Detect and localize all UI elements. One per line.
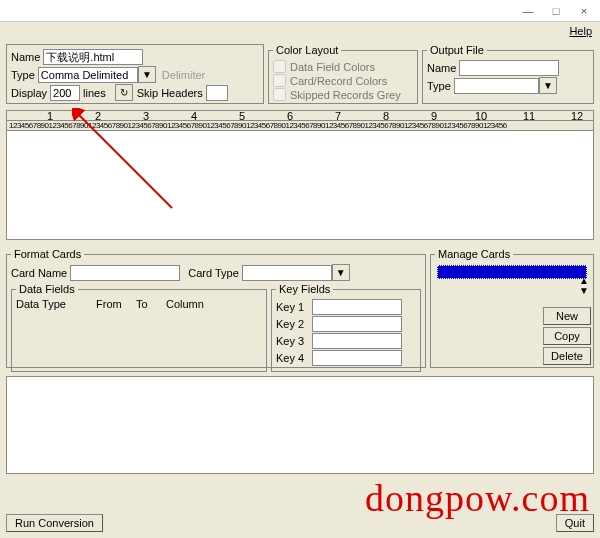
manage-cards-title: Manage Cards bbox=[435, 248, 513, 260]
type-label: Type bbox=[11, 69, 38, 81]
name-input[interactable] bbox=[43, 49, 143, 65]
close-button[interactable]: × bbox=[570, 2, 598, 20]
refresh-icon[interactable]: ↻ bbox=[115, 84, 133, 101]
new-button[interactable]: New bbox=[543, 307, 591, 325]
type-input[interactable] bbox=[38, 67, 138, 83]
menu-bar: Help bbox=[0, 22, 600, 40]
output-file-group: Output File Name Type ▼ bbox=[422, 44, 594, 104]
maximize-button[interactable]: □ bbox=[542, 2, 570, 20]
output-type-input[interactable] bbox=[454, 78, 539, 94]
key4-label: Key 4 bbox=[276, 352, 312, 364]
output-name-label: Name bbox=[427, 62, 459, 74]
delimiter-label: Delimiter bbox=[162, 69, 208, 81]
color-layout-title: Color Layout bbox=[273, 44, 341, 56]
display-input[interactable] bbox=[50, 85, 80, 101]
data-fields-title: Data Fields bbox=[16, 283, 78, 295]
skip-headers-label: Skip Headers bbox=[137, 87, 206, 99]
help-menu[interactable]: Help bbox=[569, 25, 592, 37]
type-dropdown-icon[interactable]: ▼ bbox=[138, 66, 156, 83]
key3-input[interactable] bbox=[312, 333, 402, 349]
output-name-input[interactable] bbox=[459, 60, 559, 76]
card-name-input[interactable] bbox=[70, 265, 180, 281]
minimize-button[interactable]: — bbox=[514, 2, 542, 20]
key4-input[interactable] bbox=[312, 350, 402, 366]
output-file-title: Output File bbox=[427, 44, 487, 56]
output-preview bbox=[6, 376, 594, 474]
run-conversion-button[interactable]: Run Conversion bbox=[6, 514, 103, 532]
data-fields-group: Data Fields Data Type From To Column bbox=[11, 283, 267, 372]
card-name-label: Card Name bbox=[11, 267, 70, 279]
input-file-group: Name Type ▼ Delimiter Display lines ↻ Sk… bbox=[6, 44, 264, 104]
key1-input[interactable] bbox=[312, 299, 402, 315]
card-type-dropdown-icon[interactable]: ▼ bbox=[332, 264, 350, 281]
card-record-colors-option[interactable]: Card/Record Colors bbox=[273, 74, 413, 87]
output-type-dropdown-icon[interactable]: ▼ bbox=[539, 77, 557, 94]
col-data-type: Data Type bbox=[16, 298, 96, 310]
manage-cards-group: Manage Cards ▲ ▼ New Copy Delete bbox=[430, 248, 594, 368]
col-from: From bbox=[96, 298, 136, 310]
format-cards-group: Format Cards Card Name Card Type ▼ Data … bbox=[6, 248, 426, 368]
ruler-digits: 1234567890123456789012345678901234567890… bbox=[7, 121, 593, 131]
skipped-records-grey-option[interactable]: Skipped Records Grey bbox=[273, 88, 413, 101]
key3-label: Key 3 bbox=[276, 335, 312, 347]
name-label: Name bbox=[11, 51, 43, 63]
col-column: Column bbox=[166, 298, 216, 310]
output-type-label: Type bbox=[427, 80, 454, 92]
card-type-input[interactable] bbox=[242, 265, 332, 281]
color-layout-group: Color Layout Data Field Colors Card/Reco… bbox=[268, 44, 418, 104]
key-fields-group: Key Fields Key 1 Key 2 Key 3 Key 4 bbox=[271, 283, 421, 372]
format-cards-title: Format Cards bbox=[11, 248, 84, 260]
card-type-label: Card Type bbox=[188, 267, 242, 279]
ruler-ticks: 123 456 789 101112 bbox=[7, 111, 593, 121]
display-label: Display bbox=[11, 87, 50, 99]
key1-label: Key 1 bbox=[276, 301, 312, 313]
key2-input[interactable] bbox=[312, 316, 402, 332]
data-preview-ruler: 123 456 789 101112 123456789012345678901… bbox=[6, 110, 594, 240]
selected-card-item[interactable] bbox=[437, 265, 587, 279]
delete-button[interactable]: Delete bbox=[543, 347, 591, 365]
move-down-icon[interactable]: ▼ bbox=[579, 286, 589, 296]
col-to: To bbox=[136, 298, 166, 310]
key2-label: Key 2 bbox=[276, 318, 312, 330]
copy-button[interactable]: Copy bbox=[543, 327, 591, 345]
skip-headers-input[interactable] bbox=[206, 85, 228, 101]
lines-label: lines bbox=[83, 87, 109, 99]
window-titlebar: — □ × bbox=[0, 0, 600, 22]
data-field-colors-option[interactable]: Data Field Colors bbox=[273, 60, 413, 73]
key-fields-title: Key Fields bbox=[276, 283, 333, 295]
quit-button[interactable]: Quit bbox=[556, 514, 594, 532]
